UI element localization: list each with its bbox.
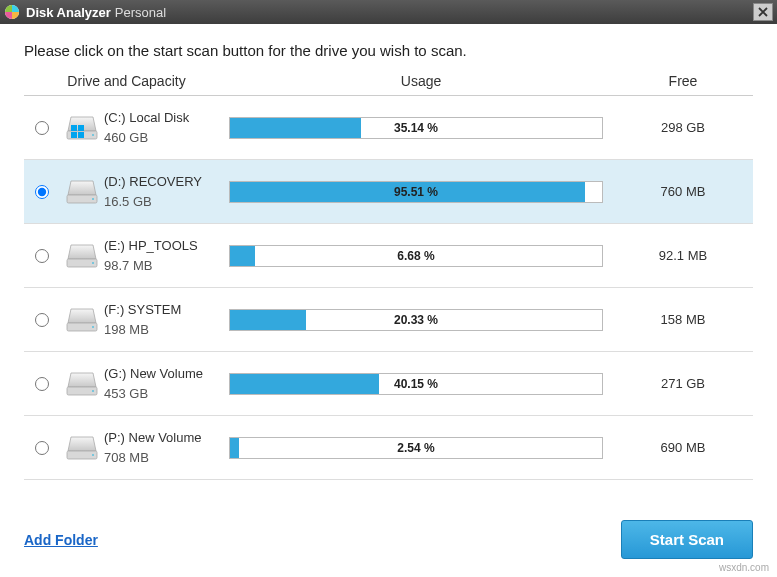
drive-capacity: 16.5 GB	[104, 192, 229, 212]
free-space: 158 MB	[613, 312, 753, 327]
svg-point-16	[92, 454, 94, 456]
drive-radio[interactable]	[35, 249, 49, 263]
drive-row[interactable]: (F:) SYSTEM 198 MB 20.33 % 158 MB	[24, 288, 753, 352]
progress-label: 6.68 %	[230, 246, 602, 266]
drive-icon	[65, 303, 99, 337]
svg-point-2	[92, 134, 94, 136]
svg-point-8	[92, 198, 94, 200]
drive-capacity: 453 GB	[104, 384, 229, 404]
table-header: Drive and Capacity Usage Free	[24, 73, 753, 96]
drive-name: (D:) RECOVERY	[104, 172, 229, 192]
svg-rect-3	[71, 125, 77, 131]
watermark: wsxdn.com	[719, 562, 769, 573]
drive-info: (C:) Local Disk 460 GB	[104, 108, 229, 147]
free-space: 298 GB	[613, 120, 753, 135]
progress-label: 35.14 %	[230, 118, 602, 138]
drive-capacity: 98.7 MB	[104, 256, 229, 276]
app-title: Disk Analyzer	[26, 5, 111, 20]
close-button[interactable]	[753, 3, 773, 21]
drive-icon-cell	[60, 111, 104, 145]
drive-info: (G:) New Volume 453 GB	[104, 364, 229, 403]
drive-icon	[65, 367, 99, 401]
free-space: 690 MB	[613, 440, 753, 455]
progress-label: 2.54 %	[230, 438, 602, 458]
free-space: 271 GB	[613, 376, 753, 391]
drive-name: (E:) HP_TOOLS	[104, 236, 229, 256]
svg-point-14	[92, 390, 94, 392]
header-free: Free	[613, 73, 753, 89]
progress-bar: 95.51 %	[229, 181, 603, 203]
drive-icon-cell	[60, 175, 104, 209]
drive-info: (E:) HP_TOOLS 98.7 MB	[104, 236, 229, 275]
app-logo-icon	[4, 4, 20, 20]
drive-name: (P:) New Volume	[104, 428, 229, 448]
drive-row[interactable]: (C:) Local Disk 460 GB 35.14 % 298 GB	[24, 96, 753, 160]
drive-icon	[65, 111, 99, 145]
drive-list: (C:) Local Disk 460 GB 35.14 % 298 GB (D…	[24, 96, 753, 480]
main-content: Please click on the start scan button fo…	[0, 24, 777, 480]
drive-icon-cell	[60, 431, 104, 465]
drive-row[interactable]: (D:) RECOVERY 16.5 GB 95.51 % 760 MB	[24, 160, 753, 224]
drive-radio[interactable]	[35, 121, 49, 135]
progress-bar: 2.54 %	[229, 437, 603, 459]
svg-rect-6	[78, 132, 84, 138]
usage-cell: 6.68 %	[229, 245, 613, 267]
radio-cell	[24, 377, 60, 391]
header-usage: Usage	[229, 73, 613, 89]
app-subtitle: Personal	[115, 5, 166, 20]
drive-info: (P:) New Volume 708 MB	[104, 428, 229, 467]
free-space: 760 MB	[613, 184, 753, 199]
add-folder-link[interactable]: Add Folder	[24, 532, 98, 548]
drive-name: (C:) Local Disk	[104, 108, 229, 128]
svg-point-12	[92, 326, 94, 328]
progress-label: 40.15 %	[230, 374, 602, 394]
drive-capacity: 198 MB	[104, 320, 229, 340]
drive-radio[interactable]	[35, 377, 49, 391]
drive-row[interactable]: (G:) New Volume 453 GB 40.15 % 271 GB	[24, 352, 753, 416]
drive-icon	[65, 239, 99, 273]
progress-bar: 40.15 %	[229, 373, 603, 395]
svg-point-10	[92, 262, 94, 264]
usage-cell: 35.14 %	[229, 117, 613, 139]
usage-cell: 40.15 %	[229, 373, 613, 395]
drive-info: (D:) RECOVERY 16.5 GB	[104, 172, 229, 211]
start-scan-button[interactable]: Start Scan	[621, 520, 753, 559]
svg-rect-5	[71, 132, 77, 138]
progress-bar: 35.14 %	[229, 117, 603, 139]
drive-icon-cell	[60, 303, 104, 337]
progress-label: 20.33 %	[230, 310, 602, 330]
drive-icon	[65, 175, 99, 209]
footer: Add Folder Start Scan	[24, 520, 753, 559]
svg-rect-4	[78, 125, 84, 131]
drive-name: (G:) New Volume	[104, 364, 229, 384]
progress-label: 95.51 %	[230, 182, 602, 202]
close-icon	[758, 7, 768, 17]
radio-cell	[24, 441, 60, 455]
drive-radio[interactable]	[35, 185, 49, 199]
drive-radio[interactable]	[35, 313, 49, 327]
radio-cell	[24, 313, 60, 327]
drive-name: (F:) SYSTEM	[104, 300, 229, 320]
drive-icon	[65, 431, 99, 465]
drive-radio[interactable]	[35, 441, 49, 455]
progress-bar: 20.33 %	[229, 309, 603, 331]
drive-info: (F:) SYSTEM 198 MB	[104, 300, 229, 339]
header-drive: Drive and Capacity	[24, 73, 229, 89]
drive-capacity: 708 MB	[104, 448, 229, 468]
titlebar: Disk Analyzer Personal	[0, 0, 777, 24]
radio-cell	[24, 249, 60, 263]
drive-icon-cell	[60, 239, 104, 273]
drive-capacity: 460 GB	[104, 128, 229, 148]
usage-cell: 20.33 %	[229, 309, 613, 331]
drive-row[interactable]: (P:) New Volume 708 MB 2.54 % 690 MB	[24, 416, 753, 480]
usage-cell: 95.51 %	[229, 181, 613, 203]
usage-cell: 2.54 %	[229, 437, 613, 459]
radio-cell	[24, 121, 60, 135]
free-space: 92.1 MB	[613, 248, 753, 263]
radio-cell	[24, 185, 60, 199]
progress-bar: 6.68 %	[229, 245, 603, 267]
instruction-text: Please click on the start scan button fo…	[24, 42, 753, 59]
drive-row[interactable]: (E:) HP_TOOLS 98.7 MB 6.68 % 92.1 MB	[24, 224, 753, 288]
drive-icon-cell	[60, 367, 104, 401]
